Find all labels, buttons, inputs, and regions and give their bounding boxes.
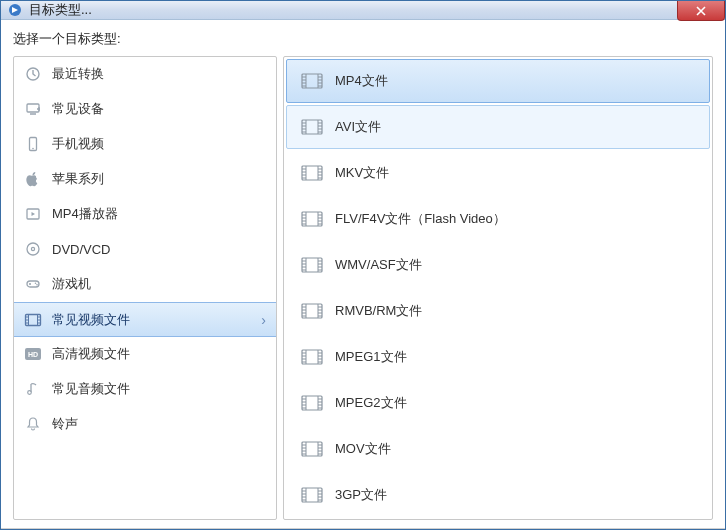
close-button[interactable] (677, 1, 725, 21)
category-item[interactable]: 最近转换 (14, 57, 276, 92)
format-item[interactable]: MPEG1文件 (286, 335, 710, 379)
format-label: MOV文件 (335, 440, 391, 458)
filmstrip-icon (301, 118, 323, 136)
category-item[interactable]: DVD/VCD (14, 232, 276, 267)
format-item[interactable]: 3GP文件 (286, 473, 710, 517)
prompt-label: 选择一个目标类型: (13, 30, 713, 48)
svg-point-6 (27, 243, 39, 255)
filmstrip-icon (301, 302, 323, 320)
filmstrip-icon (301, 72, 323, 90)
gamepad-icon (24, 275, 42, 293)
disc-icon (24, 240, 42, 258)
clock-icon (24, 65, 42, 83)
format-item[interactable]: WMV/ASF文件 (286, 243, 710, 287)
svg-text:HD: HD (28, 351, 38, 358)
format-item[interactable]: RMVB/RM文件 (286, 289, 710, 333)
svg-rect-2 (27, 104, 39, 112)
format-list[interactable]: MP4文件AVI文件MKV文件FLV/F4V文件（Flash Video）WMV… (284, 57, 712, 519)
filmstrip-icon (301, 440, 323, 458)
format-label: MP4文件 (335, 72, 388, 90)
device-icon (24, 100, 42, 118)
hd-icon: HD (24, 345, 42, 363)
svg-point-4 (32, 148, 34, 150)
filmstrip-icon (301, 348, 323, 366)
bell-icon (24, 415, 42, 433)
category-label: 游戏机 (52, 275, 266, 293)
format-item[interactable]: MKV文件 (286, 151, 710, 195)
format-label: MPEG2文件 (335, 394, 407, 412)
filmstrip-icon (301, 256, 323, 274)
format-label: WMV/ASF文件 (335, 256, 422, 274)
filmstrip-icon (301, 210, 323, 228)
svg-point-10 (36, 284, 38, 286)
category-item[interactable]: 常见视频文件› (14, 302, 276, 337)
format-label: AVI文件 (335, 118, 381, 136)
svg-point-14 (28, 391, 32, 395)
titlebar: 目标类型... (1, 1, 725, 20)
category-label: 高清视频文件 (52, 345, 266, 363)
filmstrip-icon (301, 164, 323, 182)
category-item[interactable]: 常见设备 (14, 92, 276, 127)
format-item[interactable]: MPEG2文件 (286, 381, 710, 425)
app-icon (7, 2, 23, 18)
content-area: 选择一个目标类型: 最近转换常见设备手机视频苹果系列MP4播放器DVD/VCD游… (1, 20, 725, 528)
category-label: DVD/VCD (52, 242, 266, 257)
panels: 最近转换常见设备手机视频苹果系列MP4播放器DVD/VCD游戏机常见视频文件›H… (13, 56, 713, 520)
svg-point-7 (31, 247, 34, 250)
category-item[interactable]: 铃声 (14, 407, 276, 442)
category-label: 常见音频文件 (52, 380, 266, 398)
category-label: 最近转换 (52, 65, 266, 83)
category-label: 手机视频 (52, 135, 266, 153)
svg-point-9 (35, 283, 37, 285)
format-label: FLV/F4V文件（Flash Video） (335, 210, 506, 228)
category-item[interactable]: 苹果系列 (14, 162, 276, 197)
category-item[interactable]: HD高清视频文件 (14, 337, 276, 372)
format-panel: MP4文件AVI文件MKV文件FLV/F4V文件（Flash Video）WMV… (283, 56, 713, 520)
category-item[interactable]: 游戏机 (14, 267, 276, 302)
category-item[interactable]: 手机视频 (14, 127, 276, 162)
category-panel: 最近转换常见设备手机视频苹果系列MP4播放器DVD/VCD游戏机常见视频文件›H… (13, 56, 277, 520)
format-label: RMVB/RM文件 (335, 302, 422, 320)
filmstrip-icon (301, 394, 323, 412)
film-icon (24, 311, 42, 329)
chevron-right-icon: › (261, 312, 266, 328)
format-item[interactable]: FLV/F4V文件（Flash Video） (286, 197, 710, 241)
category-item[interactable]: MP4播放器 (14, 197, 276, 232)
category-label: 铃声 (52, 415, 266, 433)
category-label: 常见设备 (52, 100, 266, 118)
format-label: MPEG1文件 (335, 348, 407, 366)
filmstrip-icon (301, 486, 323, 504)
format-item[interactable]: AVI文件 (286, 105, 710, 149)
format-item[interactable]: MP4文件 (286, 59, 710, 103)
category-label: 常见视频文件 (52, 311, 261, 329)
format-item[interactable]: MOV文件 (286, 427, 710, 471)
music-icon (24, 380, 42, 398)
apple-icon (24, 170, 42, 188)
category-label: 苹果系列 (52, 170, 266, 188)
format-label: 3GP文件 (335, 486, 387, 504)
phone-icon (24, 135, 42, 153)
window-title: 目标类型... (29, 1, 92, 19)
category-item[interactable]: 常见音频文件 (14, 372, 276, 407)
format-label: MKV文件 (335, 164, 389, 182)
player-icon (24, 205, 42, 223)
category-label: MP4播放器 (52, 205, 266, 223)
